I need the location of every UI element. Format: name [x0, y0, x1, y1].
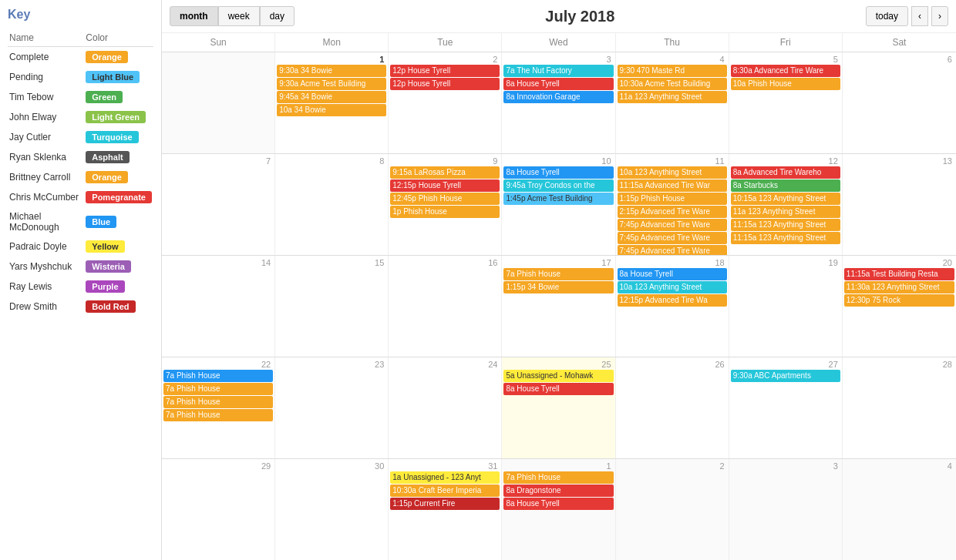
calendar-event[interactable]: 8a House Tyrell: [618, 268, 727, 280]
day-cell[interactable]: 108a House Tyrell9:45a Troy Condos on th…: [502, 154, 615, 255]
day-cell[interactable]: 19:30a 34 Bowie9:30a Acme Test Building9…: [275, 52, 389, 153]
calendar-event[interactable]: 7a Phish House: [503, 471, 613, 484]
day-cell[interactable]: 29: [162, 459, 275, 560]
calendar-event[interactable]: 11:15a 123 Anything Street: [731, 219, 840, 231]
calendar-event[interactable]: 9:30 470 Maste Rd: [618, 65, 727, 77]
view-week-button[interactable]: week: [218, 6, 260, 26]
calendar-event[interactable]: 10a Phish House: [731, 78, 840, 90]
calendar-event[interactable]: 7a Phish House: [163, 396, 273, 408]
day-cell[interactable]: 3: [729, 459, 843, 560]
day-cell[interactable]: 26: [616, 357, 729, 458]
calendar-event[interactable]: 12p House Tyrell: [390, 78, 500, 90]
day-cell[interactable]: 23: [275, 357, 389, 458]
calendar-event[interactable]: 9:30a ABC Apartments: [731, 370, 840, 382]
calendar-event[interactable]: 7:45p Advanced Tire Ware: [618, 232, 727, 244]
calendar-event[interactable]: 7:45p Advanced Tire Ware: [618, 219, 727, 231]
prev-button[interactable]: ‹: [911, 6, 928, 26]
calendar-event[interactable]: 8a Advanced Tire Wareho: [731, 166, 840, 179]
day-cell[interactable]: 2011:15a Test Building Resta11:30a 123 A…: [843, 256, 956, 357]
calendar-event[interactable]: 11:30a 123 Anything Street: [844, 281, 954, 293]
calendar-event[interactable]: 10:30a Acme Test Building: [618, 78, 727, 90]
calendar-event[interactable]: 8a House Tyrell: [503, 383, 613, 395]
view-month-button[interactable]: month: [170, 6, 218, 26]
calendar-event[interactable]: 8:30a Advanced Tire Ware: [731, 65, 840, 77]
calendar-event[interactable]: 7a Phish House: [163, 383, 273, 395]
calendar-event[interactable]: 12:15p House Tyrell: [390, 179, 500, 192]
calendar-event[interactable]: 10:15a 123 Anything Street: [731, 193, 840, 205]
calendar-event[interactable]: 1p Phish House: [390, 206, 500, 218]
day-cell[interactable]: 17a Phish House8a Dragonstone8a House Ty…: [502, 459, 615, 560]
calendar-event[interactable]: 2:15p Advanced Tire Ware: [618, 206, 727, 218]
calendar-event[interactable]: 7a Phish House: [163, 409, 273, 421]
calendar-event[interactable]: 8a House Tyrell: [503, 78, 613, 90]
calendar-event[interactable]: 10a 34 Bowie: [277, 104, 386, 116]
calendar-event[interactable]: 10:30a Craft Beer Imperia: [390, 485, 500, 497]
calendar-event[interactable]: 1:45p Acme Test Building: [503, 193, 613, 205]
calendar-event[interactable]: 10a 123 Anything Street: [618, 281, 727, 293]
day-cell[interactable]: 15: [275, 256, 389, 357]
day-cell[interactable]: 279:30a ABC Apartments: [729, 357, 843, 458]
color-badge: Purple: [86, 280, 124, 293]
day-cell[interactable]: 13: [843, 154, 956, 255]
calendar-event[interactable]: 12p House Tyrell: [390, 65, 500, 77]
day-number: 26: [618, 359, 727, 370]
calendar-event[interactable]: 7a Phish House: [503, 268, 613, 280]
day-cell[interactable]: 6: [843, 52, 956, 153]
calendar-event[interactable]: 11:15a 123 Anything Street: [731, 232, 840, 244]
day-cell[interactable]: 188a House Tyrell10a 123 Anything Street…: [616, 256, 729, 357]
calendar-event[interactable]: 7a Phish House: [163, 370, 273, 382]
day-cell[interactable]: 2: [616, 459, 729, 560]
calendar-event[interactable]: 1:15p Phish House: [618, 193, 727, 205]
day-cell[interactable]: 255a Unassigned - Mohawk8a House Tyrell: [502, 357, 615, 458]
next-button[interactable]: ›: [931, 6, 948, 26]
calendar-event[interactable]: 8a House Tyrell: [503, 498, 613, 510]
day-cell[interactable]: 14: [162, 256, 275, 357]
calendar-event[interactable]: 1:15p 34 Bowie: [503, 281, 613, 293]
calendar-event[interactable]: 11:15a Advanced Tire War: [618, 179, 727, 192]
calendar-event[interactable]: 9:30a 34 Bowie: [277, 65, 386, 77]
day-cell[interactable]: 311a Unassigned - 123 Anyt10:30a Craft B…: [389, 459, 502, 560]
calendar-event[interactable]: 10a 123 Anything Street: [618, 166, 727, 179]
day-cell[interactable]: 1110a 123 Anything Street11:15a Advanced…: [616, 154, 729, 255]
day-cell[interactable]: 19: [729, 256, 843, 357]
day-cell[interactable]: 37a The Nut Factory8a House Tyrell8a Inn…: [502, 52, 615, 153]
calendar-event[interactable]: 8a House Tyrell: [503, 166, 613, 179]
calendar-event[interactable]: 5a Unassigned - Mohawk: [503, 370, 613, 382]
calendar-event[interactable]: 8a Innovation Garage: [503, 91, 613, 103]
day-cell[interactable]: 7: [162, 154, 275, 255]
calendar-event[interactable]: 11a 123 Anything Street: [618, 91, 727, 103]
calendar-event[interactable]: 12:30p 75 Rock: [844, 294, 954, 307]
calendar-event[interactable]: 11a 123 Anything Street: [731, 206, 840, 218]
day-cell[interactable]: 8: [275, 154, 389, 255]
calendar-event[interactable]: 9:45a Troy Condos on the: [503, 179, 613, 192]
day-cell[interactable]: 30: [275, 459, 389, 560]
view-day-button[interactable]: day: [260, 6, 295, 26]
day-cell[interactable]: 212p House Tyrell12p House Tyrell: [389, 52, 502, 153]
day-cell[interactable]: 99:15a LaRosas Pizza12:15p House Tyrell1…: [389, 154, 502, 255]
day-cell[interactable]: 16: [389, 256, 502, 357]
calendar-event[interactable]: 9:45a 34 Bowie: [277, 91, 386, 103]
day-cell[interactable]: 177a Phish House1:15p 34 Bowie: [502, 256, 615, 357]
calendar-event[interactable]: 12:15p Advanced Tire Wa: [618, 294, 727, 307]
day-cell[interactable]: 4: [843, 459, 956, 560]
day-cell[interactable]: 28: [843, 357, 956, 458]
calendar-event[interactable]: 7:45p Advanced Tire Ware: [618, 245, 727, 255]
day-cell[interactable]: 24: [389, 357, 502, 458]
calendar-event[interactable]: 8a Starbucks: [731, 179, 840, 192]
key-name: Chris McCumber: [8, 187, 84, 207]
calendar-event[interactable]: 9:15a LaRosas Pizza: [390, 166, 500, 179]
day-cell[interactable]: 58:30a Advanced Tire Ware10a Phish House: [729, 52, 843, 153]
day-cell[interactable]: 128a Advanced Tire Wareho8a Starbucks10:…: [729, 154, 843, 255]
today-button[interactable]: today: [866, 6, 908, 26]
day-cell[interactable]: 49:30 470 Maste Rd10:30a Acme Test Build…: [616, 52, 729, 153]
calendar-event[interactable]: 12:45p Phish House: [390, 193, 500, 205]
calendar-event[interactable]: 1:15p Current Fire: [390, 498, 500, 510]
calendar-event[interactable]: 7a The Nut Factory: [503, 65, 613, 77]
day-cell[interactable]: [162, 52, 275, 153]
calendar-event[interactable]: 1a Unassigned - 123 Anyt: [390, 471, 500, 484]
calendar-event[interactable]: 8a Dragonstone: [503, 485, 613, 497]
calendar-event[interactable]: 11:15a Test Building Resta: [844, 268, 954, 280]
calendar-event[interactable]: 9:30a Acme Test Building: [277, 78, 386, 90]
col-color-header: Color: [84, 29, 153, 47]
day-cell[interactable]: 227a Phish House7a Phish House7a Phish H…: [162, 357, 275, 458]
